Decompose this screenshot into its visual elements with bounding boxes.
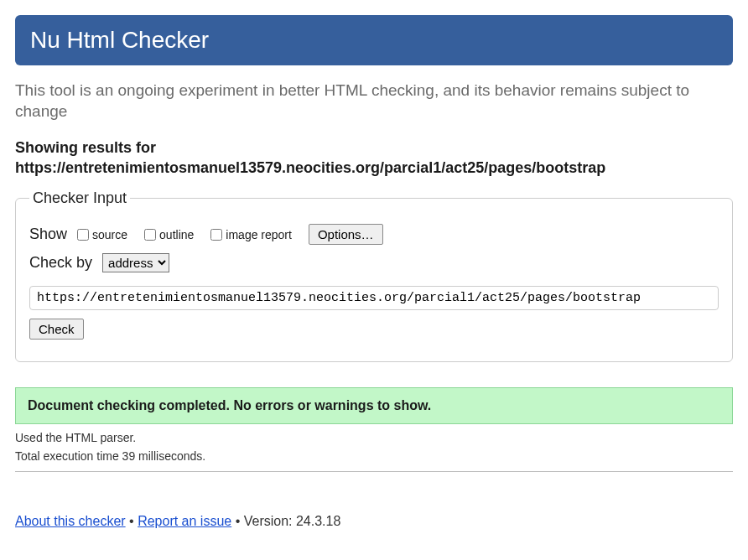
about-link[interactable]: About this checker (15, 514, 126, 528)
show-row: Show source outline image report Options… (29, 224, 719, 245)
divider (15, 471, 733, 472)
check-by-row: Check by address (29, 253, 719, 272)
image-report-checkbox[interactable] (210, 229, 222, 241)
check-by-select[interactable]: address (102, 253, 169, 272)
version-label: Version: (244, 514, 296, 528)
footer-separator-2: • (231, 514, 244, 528)
timing-detail: Total execution time 39 milliseconds. (15, 449, 733, 463)
report-issue-link[interactable]: Report an issue (138, 514, 231, 528)
check-by-label: Check by (29, 254, 92, 272)
show-label: Show (29, 226, 67, 243)
footer-separator-1: • (126, 514, 138, 528)
source-checkbox-label: source (92, 228, 127, 241)
footer: About this checker • Report an issue • V… (15, 514, 733, 529)
outline-checkbox-label: outline (159, 228, 194, 241)
results-prefix: Showing results for (15, 139, 156, 156)
results-heading: Showing results for https://entretenimie… (15, 138, 733, 178)
check-button[interactable]: Check (29, 319, 84, 340)
source-checkbox[interactable] (77, 229, 89, 241)
version-value: 24.3.18 (296, 514, 340, 528)
image-report-checkbox-label: image report (226, 228, 292, 241)
checker-input-fieldset: Checker Input Show source outline image … (15, 189, 733, 362)
options-button[interactable]: Options… (309, 224, 383, 245)
page-title: Nu Html Checker (30, 27, 209, 53)
outline-checkbox[interactable] (144, 229, 156, 241)
results-url: https://entretenimientosmanuel13579.neoc… (15, 159, 605, 176)
parser-detail: Used the HTML parser. (15, 431, 733, 444)
result-success-message: Document checking completed. No errors o… (15, 387, 733, 424)
check-row: Check (29, 319, 719, 340)
page-title-banner: Nu Html Checker (15, 15, 733, 65)
url-input[interactable] (29, 286, 719, 310)
checker-input-legend: Checker Input (29, 189, 130, 207)
subtitle-text: This tool is an ongoing experiment in be… (15, 80, 733, 122)
